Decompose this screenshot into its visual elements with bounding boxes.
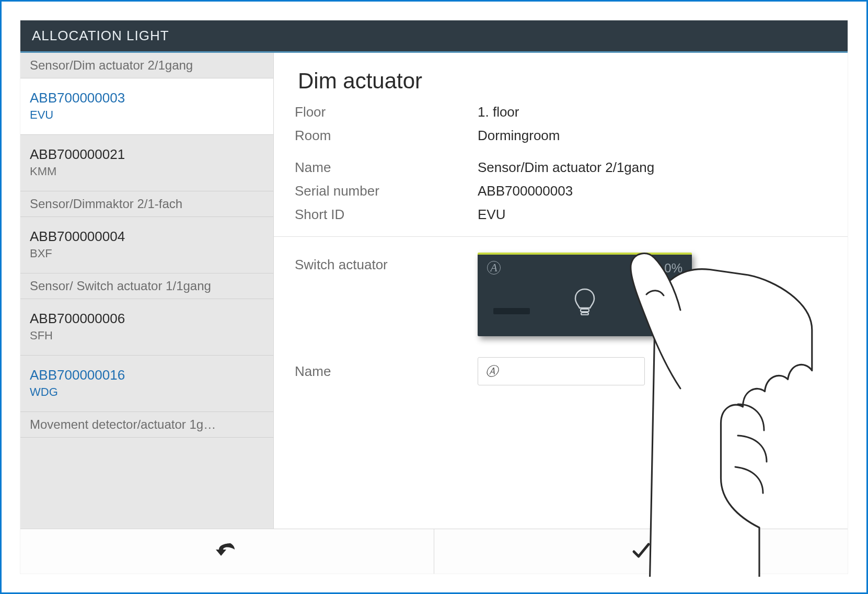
app-window: ALLOCATION LIGHT Sensor/Dim actuator 2/1…	[20, 20, 848, 574]
device-serial: ABB700000006	[30, 311, 264, 327]
device-serial: ABB700000021	[30, 146, 264, 163]
details-pane: Dim actuator Floor 1. floor Room Dorming…	[274, 53, 848, 530]
switch-actuator-row: Switch actuator A 0%	[295, 253, 827, 336]
sidebar-group-header: Sensor/Dimmaktor 2/1-fach	[20, 191, 273, 217]
device-item[interactable]: ABB700000003 EVU	[20, 78, 273, 135]
svg-rect-0	[581, 309, 589, 312]
field-row-shortid: Short ID EVU	[295, 207, 827, 223]
dim-slider-track[interactable]	[493, 308, 530, 314]
window-title: ALLOCATION LIGHT	[20, 20, 848, 53]
channel-badge-icon: A	[487, 261, 501, 275]
channel-name-label: Name	[295, 363, 478, 380]
switch-actuator-label: Switch actuator	[295, 253, 478, 273]
bottom-toolbar	[20, 529, 848, 574]
field-value: 1. floor	[478, 104, 519, 120]
device-item[interactable]: ABB700000021 KMM	[20, 135, 273, 191]
field-label: Name	[295, 159, 478, 176]
confirm-button[interactable]	[434, 529, 848, 574]
channel-name-row: Name	[295, 357, 827, 385]
channel-name-input[interactable]	[478, 357, 645, 385]
device-short-id: KMM	[30, 165, 264, 178]
sidebar-group-header: Sensor/Dim actuator 2/1gang	[20, 53, 273, 78]
back-button[interactable]	[20, 529, 434, 574]
field-label: Room	[295, 128, 478, 144]
sidebar-group-header: Sensor/ Switch actuator 1/1gang	[20, 273, 273, 299]
field-row-name: Name Sensor/Dim actuator 2/1gang	[295, 159, 827, 176]
field-row-floor: Floor 1. floor	[295, 104, 827, 120]
field-row-serial: Serial number ABB700000003	[295, 183, 827, 199]
device-serial: ABB700000016	[30, 367, 264, 383]
device-short-id: SFH	[30, 329, 264, 342]
field-value: ABB700000003	[478, 183, 573, 199]
field-label: Short ID	[295, 207, 478, 223]
dim-percent: 0%	[664, 261, 682, 276]
field-label: Floor	[295, 104, 478, 120]
field-row-room: Room Dormingroom	[295, 128, 827, 144]
device-serial: ABB700000004	[30, 229, 264, 245]
device-item[interactable]: ABB700000006 SFH	[20, 299, 273, 356]
device-serial: ABB700000003	[30, 90, 264, 106]
device-short-id: EVU	[30, 108, 264, 122]
switch-actuator-widget[interactable]: A 0%	[478, 253, 692, 336]
lightbulb-icon	[572, 287, 598, 321]
divider	[274, 236, 848, 237]
field-value: EVU	[478, 207, 505, 223]
back-arrow-icon	[215, 540, 240, 563]
sidebar: Sensor/Dim actuator 2/1gang ABB700000003…	[20, 53, 274, 530]
field-label: Serial number	[295, 183, 478, 199]
device-item[interactable]: ABB700000004 BXF	[20, 217, 273, 273]
sidebar-group-header: Movement detector/actuator 1g…	[20, 412, 273, 438]
checkmark-icon	[631, 540, 652, 563]
device-short-id: BXF	[30, 247, 264, 260]
field-value: Dormingroom	[478, 128, 560, 144]
device-item[interactable]: ABB700000016 WDG	[20, 356, 273, 412]
details-title: Dim actuator	[298, 68, 827, 94]
field-value: Sensor/Dim actuator 2/1gang	[478, 159, 654, 176]
svg-rect-1	[581, 313, 588, 315]
main-body: Sensor/Dim actuator 2/1gang ABB700000003…	[20, 53, 848, 530]
device-short-id: WDG	[30, 385, 264, 399]
